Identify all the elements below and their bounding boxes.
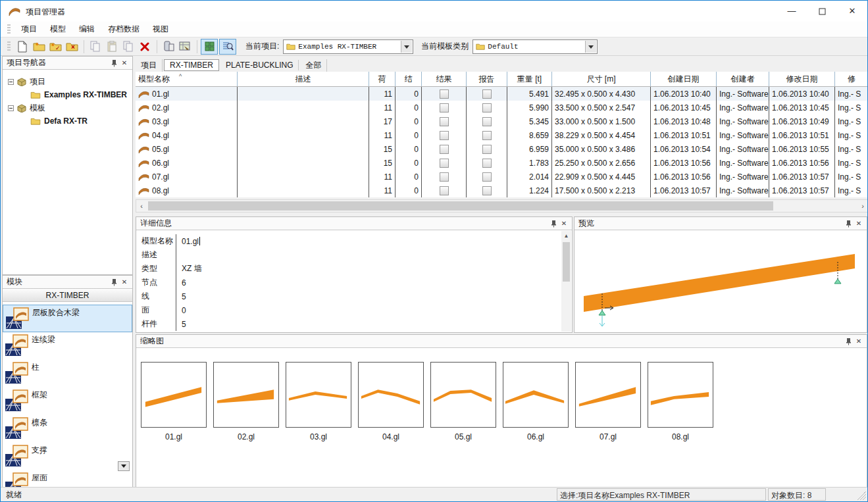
checkbox[interactable] <box>482 172 492 182</box>
module-item-6[interactable]: 支撑 <box>3 443 132 470</box>
checkbox[interactable] <box>482 103 492 113</box>
column-header[interactable]: 重量 [t] <box>507 72 552 86</box>
copy-button[interactable] <box>88 39 103 55</box>
checkbox[interactable] <box>440 159 449 168</box>
thumbnail-06.gl[interactable]: 06.gl <box>503 362 569 441</box>
tree-node-projects[interactable]: 项目 <box>8 75 132 88</box>
checkbox[interactable] <box>440 145 449 154</box>
resize-grip[interactable] <box>857 491 866 500</box>
tab-RX-TIMBER[interactable]: RX-TIMBER <box>164 59 219 71</box>
thumbnail-02.gl[interactable]: 02.gl <box>213 362 279 441</box>
pin-icon[interactable] <box>843 219 854 228</box>
new-model-button[interactable] <box>14 39 30 55</box>
current-project-combo[interactable]: Examples RX-TIMBER <box>283 39 413 54</box>
menu-item[interactable]: 项目 <box>14 22 43 36</box>
checkbox[interactable] <box>440 172 449 182</box>
scroll-up-icon[interactable]: ▲ <box>561 231 571 241</box>
tree-node-template-default[interactable]: Defa RX-TR <box>30 114 132 128</box>
checkbox[interactable] <box>440 117 449 126</box>
table-row[interactable]: 06.gl1501.78325.250 x 0.500 x 2.6561.06.… <box>136 156 868 170</box>
checkbox[interactable] <box>440 186 449 195</box>
scrollbar-thumb[interactable] <box>148 201 773 211</box>
column-header[interactable]: 创建日期 <box>651 72 717 86</box>
modules-scroll-down-button[interactable] <box>118 461 130 471</box>
new-project-button[interactable]: ✷ <box>31 39 47 55</box>
combo-arrow-icon[interactable] <box>401 41 412 53</box>
close-button[interactable]: ✕ <box>837 1 867 22</box>
column-header[interactable]: 报告 <box>467 72 507 86</box>
modules-group-header[interactable]: RX-TIMBER <box>3 289 132 302</box>
column-header[interactable]: 修改日期 <box>769 72 835 86</box>
column-header[interactable]: 创建者 <box>717 72 769 86</box>
module-item-2[interactable]: 连续梁 <box>3 332 132 360</box>
table-row[interactable]: 03.gl1705.34533.000 x 0.500 x 1.5001.06.… <box>136 114 868 128</box>
table-row[interactable]: 04.gl1108.65938.229 x 0.500 x 4.4541.06.… <box>136 128 868 142</box>
thumbnail-03.gl[interactable]: 03.gl <box>286 362 351 441</box>
module-item-1[interactable]: 层板胶合木梁 <box>3 305 132 332</box>
combo-arrow-icon[interactable] <box>585 41 596 53</box>
template-category-combo[interactable]: Default <box>472 39 598 54</box>
settings-button[interactable] <box>177 39 193 55</box>
open-project-button[interactable]: ✷✓ <box>47 39 63 55</box>
collapse-icon[interactable] <box>8 105 14 111</box>
paste-button[interactable] <box>104 39 120 55</box>
scroll-left-icon[interactable]: ‹ <box>136 200 147 212</box>
delete-button[interactable] <box>137 39 153 55</box>
archive-button[interactable] <box>161 39 176 55</box>
tab-全部[interactable]: 全部 <box>300 59 327 72</box>
checkbox[interactable] <box>440 131 449 140</box>
checkbox[interactable] <box>482 131 492 140</box>
thumbnail-07.gl[interactable]: 07.gl <box>575 362 641 441</box>
collapse-icon[interactable] <box>8 79 14 85</box>
close-panel-icon[interactable]: ✕ <box>854 219 864 228</box>
close-panel-icon[interactable]: ✕ <box>119 278 130 287</box>
menu-item[interactable]: 模型 <box>43 22 72 36</box>
view-details-toggle[interactable] <box>219 39 236 55</box>
menu-item[interactable]: 视图 <box>146 22 175 36</box>
checkbox[interactable] <box>482 145 492 154</box>
column-header[interactable]: 尺寸 [m] <box>552 72 651 86</box>
table-horizontal-scrollbar[interactable]: ‹ › <box>136 199 868 213</box>
column-header[interactable]: 修 <box>835 72 868 86</box>
tab-项目[interactable]: 项目 <box>136 59 163 72</box>
menu-item[interactable]: 存档数据 <box>101 22 146 36</box>
tab-PLATE-BUCKLING[interactable]: PLATE-BUCKLING <box>220 60 299 70</box>
checkbox[interactable] <box>440 103 449 113</box>
details-vertical-scrollbar[interactable]: ▲ <box>561 231 571 332</box>
menu-item[interactable]: 编辑 <box>72 22 101 36</box>
view-thumbnails-toggle[interactable] <box>201 39 218 55</box>
close-panel-icon[interactable]: ✕ <box>119 59 130 68</box>
module-item-3[interactable]: 柱 <box>3 360 132 388</box>
column-header[interactable]: 描述 <box>238 72 369 86</box>
pin-icon[interactable] <box>109 59 119 68</box>
delete-project-button[interactable]: × <box>64 39 80 55</box>
module-item-5[interactable]: 檩条 <box>3 415 132 443</box>
checkbox[interactable] <box>440 89 449 99</box>
thumbnail-05.gl[interactable]: 05.gl <box>430 362 496 441</box>
table-row[interactable]: 05.gl1506.95935.000 x 0.500 x 3.4861.06.… <box>136 142 868 156</box>
column-header[interactable]: 结果 <box>422 72 467 86</box>
thumbnail-01.gl[interactable]: 01.gl <box>141 362 207 441</box>
tree-node-project-examples[interactable]: Examples RX-TIMBER <box>30 88 132 101</box>
table-row[interactable]: 07.gl1102.01422.909 x 0.500 x 4.4451.06.… <box>136 170 868 184</box>
pin-icon[interactable] <box>548 219 559 228</box>
checkbox[interactable] <box>482 117 492 126</box>
column-header[interactable]: 结 <box>396 72 422 86</box>
checkbox[interactable] <box>482 159 492 168</box>
checkbox[interactable] <box>482 186 492 195</box>
pin-icon[interactable] <box>843 337 854 346</box>
module-item-4[interactable]: 框架 <box>3 388 132 415</box>
scrollbar-thumb[interactable] <box>563 242 570 282</box>
thumbnail-08.gl[interactable]: 08.gl <box>648 362 713 441</box>
copy-to-button[interactable] <box>120 39 136 55</box>
column-header[interactable]: 荷 <box>369 72 396 86</box>
close-panel-icon[interactable]: ✕ <box>854 337 864 346</box>
scroll-right-icon[interactable]: › <box>857 200 868 212</box>
table-row[interactable]: 08.gl1101.22417.500 x 0.500 x 2.2131.06.… <box>136 184 868 197</box>
maximize-button[interactable] <box>807 1 837 22</box>
table-row[interactable]: 01.gl1105.49132.495 x 0.500 x 4.4301.06.… <box>136 87 868 101</box>
checkbox[interactable] <box>482 89 492 99</box>
minimize-button[interactable]: — <box>777 1 807 22</box>
column-header[interactable]: 模型名称^ <box>136 72 238 86</box>
tree-node-templates[interactable]: 模板 <box>8 101 132 114</box>
